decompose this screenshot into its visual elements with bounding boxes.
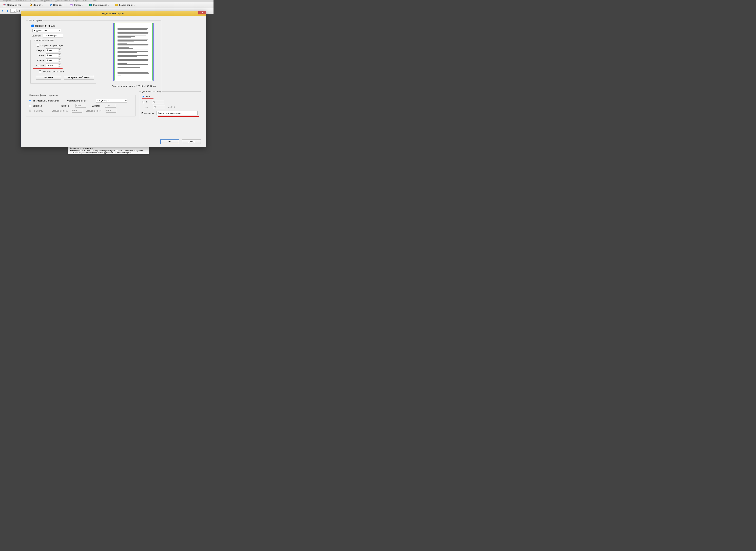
range-from-label: С:	[146, 101, 148, 103]
svg-point-1	[5, 4, 6, 5]
revert-button[interactable]: Вернуться к выбранным	[64, 75, 94, 80]
close-button[interactable]: ✕	[199, 11, 206, 14]
page-total: 2	[19, 10, 20, 12]
forms-label: Формы	[74, 4, 81, 6]
custom-formats-radio[interactable]: Заказные	[28, 104, 56, 107]
page-separator: /	[17, 10, 18, 12]
toolbar-separator	[86, 3, 86, 7]
margin-bottom-spinner[interactable]: ▲▼	[46, 53, 61, 57]
remove-white-checkbox[interactable]: Удалить белые поля	[38, 70, 64, 73]
range-all-label: Все	[146, 95, 149, 98]
spin-up-button[interactable]: ▲	[58, 64, 61, 65]
nav-up-icon[interactable]	[1, 9, 5, 13]
lock-icon	[29, 3, 32, 7]
dialog-title: Кадрирование страниц	[102, 12, 125, 15]
sign-label: Подпись	[53, 4, 62, 6]
units-select[interactable]: Миллиметры	[43, 34, 63, 37]
keep-ratio-checkbox[interactable]: Сохранить пропорции	[36, 44, 63, 47]
margin-bottom-input[interactable]	[46, 53, 58, 57]
collaborate-button[interactable]: Сотрудничать ▾	[1, 3, 25, 7]
menu-item[interactable]: модули	[73, 0, 79, 2]
menu-item[interactable]: справка	[90, 0, 97, 2]
margin-left-input[interactable]	[46, 58, 58, 62]
toolbar-separator	[26, 3, 26, 7]
sign-button[interactable]: Подпись ▾	[47, 3, 65, 7]
chevron-down-icon: ▾	[108, 4, 109, 6]
keep-ratio-input[interactable]	[37, 44, 39, 47]
show-all-frames-input[interactable]	[31, 25, 34, 27]
chevron-down-icon: ▾	[63, 4, 64, 6]
highlight-underline	[33, 68, 62, 69]
crop-area-value: 220,14 x 297,04 мм	[136, 85, 156, 87]
page-formats-select[interactable]: Отсутствует	[96, 99, 127, 102]
custom-formats-input[interactable]	[29, 105, 31, 107]
margin-left-spinner[interactable]: ▲▼	[46, 58, 61, 62]
spin-up-button[interactable]: ▲	[58, 49, 61, 50]
menu-item[interactable]: документ	[3, 0, 12, 2]
fixed-formats-radio[interactable]: Фиксированные форматы	[28, 99, 59, 102]
svg-rect-5	[70, 5, 72, 5]
svg-rect-6	[70, 6, 71, 6]
range-from-input[interactable]	[142, 101, 144, 103]
custom-formats-label: Заказные	[33, 104, 42, 107]
remove-white-label: Удалить белые поля	[43, 70, 64, 73]
people-icon	[3, 3, 6, 7]
margin-left-label: Слева:	[33, 59, 44, 62]
menu-item[interactable]: дополнительно	[55, 0, 70, 2]
margin-top-input[interactable]	[46, 48, 58, 52]
range-all-radio[interactable]: Все	[141, 95, 149, 98]
height-label: Высота:	[92, 104, 100, 107]
spin-down-button[interactable]: ▼	[58, 65, 61, 67]
range-all-input[interactable]	[142, 96, 144, 98]
fixed-formats-input[interactable]	[29, 100, 31, 102]
page-number-input[interactable]	[10, 9, 16, 13]
dialog-titlebar: Кадрирование страниц ✕	[21, 11, 206, 16]
spin-down-button[interactable]: ▼	[58, 50, 61, 52]
film-icon	[89, 3, 92, 7]
comment-button[interactable]: Комментарий ▾	[113, 3, 136, 7]
remove-white-input[interactable]	[39, 70, 41, 73]
margin-top-label: Сверху:	[33, 49, 44, 52]
menu-item[interactable]: окно	[82, 0, 87, 2]
menu-item[interactable]: комментарии	[15, 0, 27, 2]
form-icon	[70, 3, 73, 7]
protect-button[interactable]: Защита ▾	[28, 3, 45, 7]
forms-button[interactable]: Формы ▾	[68, 3, 84, 7]
units-label: Единицы:	[29, 34, 41, 37]
margin-top-spinner[interactable]: ▲▼	[46, 48, 61, 52]
center-checkbox: По центру	[28, 109, 48, 112]
offset-y-input	[105, 109, 116, 113]
keep-ratio-label: Сохранить пропорции	[40, 44, 63, 47]
menu-item[interactable]: формы	[30, 0, 37, 2]
spin-up-button[interactable]: ▲	[58, 59, 61, 60]
crop-fields-group: Поля обреза Показать все рамки Кадрирова…	[26, 19, 161, 90]
comment-label: Комментарий	[119, 4, 133, 6]
media-button[interactable]: Мультимедиа ▾	[87, 3, 110, 7]
apply-to-select[interactable]: Только нечетные страницы	[156, 111, 198, 115]
offset-y-label: Смещение по Y:	[86, 109, 102, 112]
menu-item[interactable]: инструменты	[40, 0, 52, 2]
svg-point-0	[4, 4, 5, 5]
margin-right-spinner[interactable]: ▲▼	[46, 63, 61, 67]
page-preview-text	[117, 27, 150, 77]
pen-icon	[49, 3, 52, 7]
margin-right-input[interactable]	[46, 63, 58, 67]
ok-button[interactable]: OK	[160, 139, 179, 144]
cancel-button[interactable]: Отмена	[182, 139, 201, 144]
svg-rect-9	[91, 4, 92, 6]
show-all-frames-checkbox[interactable]: Показать все рамки	[31, 24, 55, 27]
crop-type-select[interactable]: Кадрирование	[32, 29, 61, 32]
width-input	[75, 104, 86, 107]
margin-right-label: Справа:	[33, 64, 44, 67]
range-from-radio[interactable]: С:	[141, 101, 148, 103]
width-label: Ширина:	[61, 104, 70, 107]
spin-down-button[interactable]: ▼	[58, 60, 61, 62]
highlight-underline	[158, 116, 199, 117]
spin-down-button[interactable]: ▼	[58, 55, 61, 57]
nav-down-icon[interactable]	[6, 9, 9, 13]
chevron-down-icon: ▾	[22, 4, 23, 6]
spin-up-button[interactable]: ▲	[58, 54, 61, 55]
close-icon: ✕	[202, 11, 203, 14]
reset-zero-button[interactable]: Нулевые	[36, 75, 61, 80]
margins-legend: Управление полями	[33, 39, 55, 41]
